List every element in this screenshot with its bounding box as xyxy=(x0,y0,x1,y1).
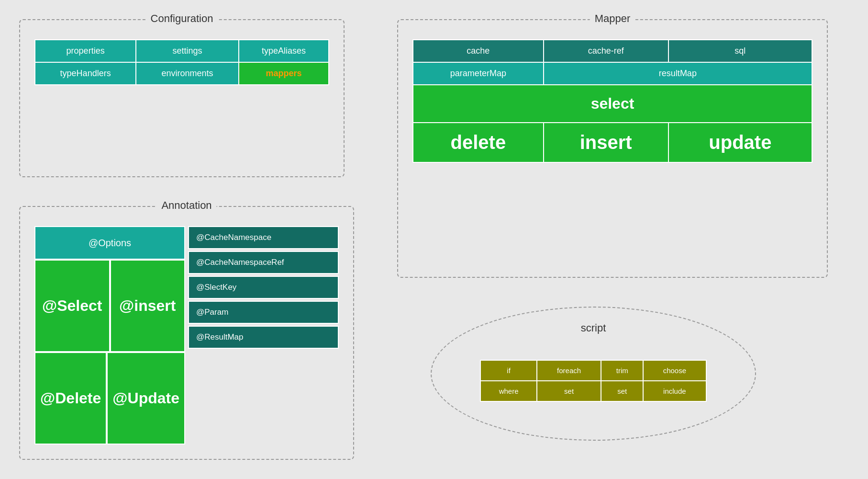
mapper-title: Mapper xyxy=(590,12,635,25)
table-row: parameterMap resultMap xyxy=(413,62,812,85)
script-content: if foreach trim choose where set set inc… xyxy=(480,360,706,402)
if-cell: if xyxy=(480,360,536,381)
mapper-table: cache cache-ref sql parameterMap resultM… xyxy=(412,39,812,163)
select-cell: select xyxy=(413,85,812,123)
configuration-box: Configuration properties settings typeAl… xyxy=(19,19,345,177)
annotation-box: Annotation @Options @Select @insert @Del… xyxy=(19,206,354,460)
script-title: script xyxy=(581,322,606,334)
cache-ref-cell: cache-ref xyxy=(544,40,668,62)
update-cell: update xyxy=(668,123,812,162)
foreach-cell: foreach xyxy=(537,360,601,381)
param-cell: @Param xyxy=(188,301,339,324)
set1-cell: set xyxy=(537,381,601,401)
delete-cell: delete xyxy=(413,123,544,162)
table-row: typeHandlers environments mappers xyxy=(35,62,329,85)
diagram-container: Configuration properties settings typeAl… xyxy=(0,0,868,479)
where-cell: where xyxy=(480,381,536,401)
table-row: properties settings typeAliases xyxy=(35,40,329,62)
resultmap-cell: @ResultMap xyxy=(188,326,339,349)
annotation-inner: @Options @Select @insert @Delete @Update… xyxy=(34,226,339,445)
sql-cell: sql xyxy=(668,40,812,62)
annotation-right: @CacheNamespace @CacheNamespaceRef @Slec… xyxy=(188,226,339,445)
settings-cell: settings xyxy=(136,40,239,62)
annotation-title: Annotation xyxy=(156,199,216,212)
script-box: script if foreach trim choose where set … xyxy=(431,307,756,441)
insert-cell: insert xyxy=(544,123,668,162)
configuration-table: properties settings typeAliases typeHand… xyxy=(34,39,329,85)
resultmap-cell: resultMap xyxy=(544,62,812,85)
choose-cell: choose xyxy=(643,360,706,381)
cache-cell: cache xyxy=(413,40,544,62)
insert-cell: @insert xyxy=(110,260,186,352)
cachenamespaceref-cell: @CacheNamespaceRef xyxy=(188,251,339,274)
delete-cell: @Delete xyxy=(34,352,107,445)
table-row: cache cache-ref sql xyxy=(413,40,812,62)
script-table: if foreach trim choose where set set inc… xyxy=(480,360,706,402)
mapper-box: Mapper cache cache-ref sql parameterMap … xyxy=(397,19,828,278)
typealiases-cell: typeAliases xyxy=(239,40,329,62)
set2-cell: set xyxy=(601,381,643,401)
select-cell: @Select xyxy=(34,260,110,352)
include-cell: include xyxy=(643,381,706,401)
cachenamespace-cell: @CacheNamespace xyxy=(188,226,339,249)
update-cell: @Update xyxy=(107,352,185,445)
environments-cell: environments xyxy=(136,62,239,85)
properties-cell: properties xyxy=(35,40,136,62)
configuration-title: Configuration xyxy=(146,12,218,25)
options-cell: @Options xyxy=(34,226,185,260)
table-row: select xyxy=(413,85,812,123)
table-row: delete insert update xyxy=(413,123,812,162)
trim-cell: trim xyxy=(601,360,643,381)
table-row: if foreach trim choose xyxy=(480,360,706,381)
typehandlers-cell: typeHandlers xyxy=(35,62,136,85)
parametermap-cell: parameterMap xyxy=(413,62,544,85)
table-row: where set set include xyxy=(480,381,706,401)
slectkey-cell: @SlectKey xyxy=(188,276,339,299)
mappers-cell: mappers xyxy=(239,62,329,85)
annotation-left: @Options @Select @insert @Delete @Update xyxy=(34,226,185,445)
